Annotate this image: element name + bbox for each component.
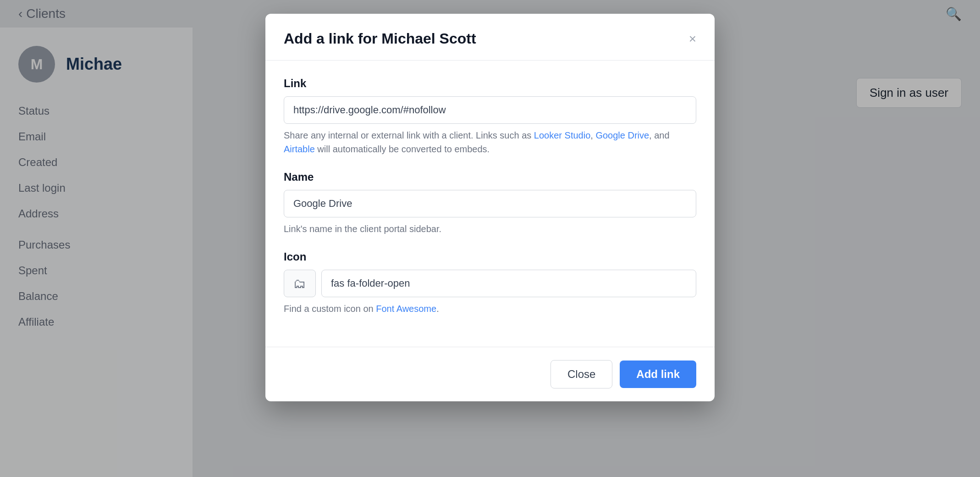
name-input[interactable] [284,190,696,217]
modal-title: Add a link for Michael Scott [284,30,476,47]
icon-row: 🗂 [284,270,696,297]
link-label: Link [284,77,696,90]
icon-form-group: Icon 🗂 Find a custom icon on Font Awesom… [284,250,696,316]
google-drive-link[interactable]: Google Drive [595,130,649,140]
folder-icon: 🗂 [293,276,306,291]
icon-hint: Find a custom icon on Font Awesome. [284,302,696,316]
name-form-group: Name Link's name in the client portal si… [284,171,696,236]
modal-close-button[interactable]: × [689,33,696,45]
modal-overlay: Add a link for Michael Scott × Link Shar… [0,0,980,477]
link-hint: Share any internal or external link with… [284,128,696,156]
icon-input[interactable] [321,270,696,297]
icon-preview: 🗂 [284,270,316,297]
name-hint: Link's name in the client portal sidebar… [284,222,696,236]
modal-dialog: Add a link for Michael Scott × Link Shar… [265,14,715,401]
modal-header: Add a link for Michael Scott × [265,14,715,61]
link-form-group: Link Share any internal or external link… [284,77,696,156]
looker-studio-link[interactable]: Looker Studio [534,130,590,140]
font-awesome-link[interactable]: Font Awesome [376,304,436,314]
name-label: Name [284,171,696,183]
link-input[interactable] [284,96,696,124]
airtable-link[interactable]: Airtable [284,144,315,154]
modal-footer: Close Add link [265,347,715,401]
close-button[interactable]: Close [551,360,612,388]
modal-body: Link Share any internal or external link… [265,61,715,347]
icon-label: Icon [284,250,696,263]
add-link-button[interactable]: Add link [620,361,696,388]
